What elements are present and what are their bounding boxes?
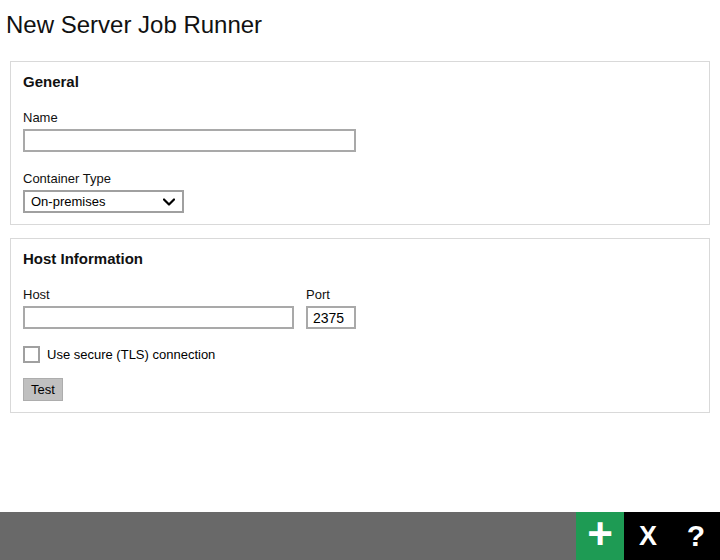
chevron-down-icon xyxy=(163,198,175,206)
add-button[interactable]: + xyxy=(576,512,624,560)
host-port-row: Host Port xyxy=(23,287,697,329)
container-type-selected-value: On-premises xyxy=(31,192,105,211)
bottom-toolbar: + X ? xyxy=(0,512,720,560)
name-field-group: Name xyxy=(23,110,697,152)
page-title: New Server Job Runner xyxy=(0,0,720,39)
test-button[interactable]: Test xyxy=(23,378,63,401)
name-input[interactable] xyxy=(23,129,356,152)
host-label: Host xyxy=(23,287,300,302)
tls-checkbox[interactable] xyxy=(23,346,40,363)
host-information-heading: Host Information xyxy=(23,250,697,268)
container-type-select[interactable]: On-premises xyxy=(23,190,184,213)
port-input[interactable] xyxy=(306,306,356,329)
container-type-label: Container Type xyxy=(23,171,697,186)
name-label: Name xyxy=(23,110,697,125)
host-information-section: Host Information Host Port Use secure (T… xyxy=(10,238,710,413)
tls-checkbox-row: Use secure (TLS) connection xyxy=(23,346,697,363)
help-icon: ? xyxy=(687,519,705,553)
close-icon: X xyxy=(639,521,657,552)
general-section: General Name Container Type On-premises xyxy=(10,61,710,225)
host-input[interactable] xyxy=(23,306,294,329)
new-server-job-runner-page: New Server Job Runner General Name Conta… xyxy=(0,0,720,560)
port-field-group: Port xyxy=(306,287,366,329)
host-field-group: Host xyxy=(23,287,300,329)
container-type-field-group: Container Type On-premises xyxy=(23,171,697,213)
general-heading: General xyxy=(23,73,697,91)
port-label: Port xyxy=(306,287,366,302)
plus-icon: + xyxy=(587,512,613,556)
help-button[interactable]: ? xyxy=(672,512,720,560)
close-button[interactable]: X xyxy=(624,512,672,560)
tls-checkbox-label[interactable]: Use secure (TLS) connection xyxy=(47,347,215,363)
